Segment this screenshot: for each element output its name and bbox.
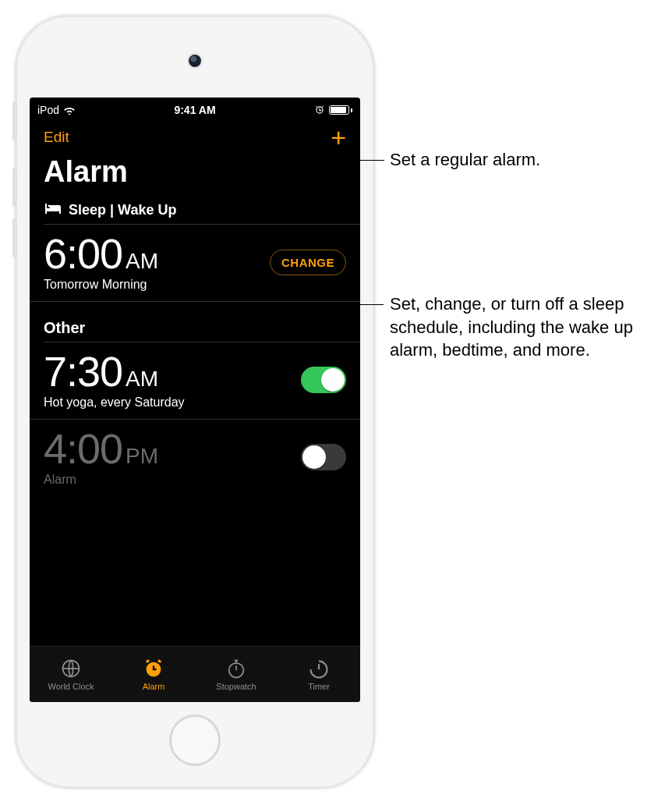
alarm-toggle[interactable] bbox=[301, 444, 346, 470]
add-alarm-button[interactable]: + bbox=[331, 129, 346, 145]
sleep-alarm-subtitle: Tomorrow Morning bbox=[44, 278, 158, 292]
sleep-section-label: Sleep | Wake Up bbox=[69, 202, 176, 218]
power-button[interactable] bbox=[12, 101, 17, 140]
tab-bar: World Clock Alarm Stopwatch Timer bbox=[30, 646, 360, 702]
screen: iPod 9:41 AM Edit + Alarm bbox=[30, 98, 360, 702]
tab-alarm[interactable]: Alarm bbox=[112, 658, 195, 691]
callout-line bbox=[343, 304, 384, 305]
sleep-alarm-row: 6:00 AM Tomorrow Morning CHANGE bbox=[30, 225, 360, 302]
alarm-toggle[interactable] bbox=[301, 367, 346, 393]
other-section-header: Other bbox=[30, 316, 360, 342]
sleep-alarm-ampm: AM bbox=[126, 249, 158, 274]
bed-icon bbox=[44, 201, 62, 219]
other-section-label: Other bbox=[44, 319, 85, 337]
home-button[interactable] bbox=[169, 715, 221, 766]
volume-up-button[interactable] bbox=[12, 168, 17, 207]
tab-world-clock[interactable]: World Clock bbox=[30, 658, 112, 691]
alarm-time: 7:30 bbox=[44, 350, 122, 392]
sleep-alarm-time: 6:00 bbox=[44, 232, 122, 275]
status-bar: iPod 9:41 AM bbox=[30, 98, 360, 119]
alarm-subtitle: Hot yoga, every Saturday bbox=[44, 395, 185, 410]
nav-header: Edit + bbox=[30, 119, 360, 151]
tab-label: Timer bbox=[308, 682, 330, 691]
change-sleep-button[interactable]: CHANGE bbox=[270, 250, 346, 275]
tab-stopwatch[interactable]: Stopwatch bbox=[195, 658, 278, 691]
tab-label: Stopwatch bbox=[216, 682, 256, 691]
tab-label: Alarm bbox=[143, 682, 165, 691]
alarm-subtitle: Alarm bbox=[44, 473, 158, 487]
svg-point-2 bbox=[229, 663, 244, 678]
device-frame: iPod 9:41 AM Edit + Alarm bbox=[16, 16, 374, 788]
alarm-row[interactable]: 7:30 AM Hot yoga, every Saturday bbox=[30, 342, 360, 420]
alarm-time: 4:00 bbox=[44, 427, 122, 470]
wifi-icon bbox=[63, 105, 76, 115]
callout-add: Set a regular alarm. bbox=[390, 148, 655, 172]
alarm-row[interactable]: 4:00 PM Alarm bbox=[30, 420, 360, 496]
front-camera bbox=[189, 55, 201, 67]
status-time: 9:41 AM bbox=[174, 104, 215, 116]
tab-timer[interactable]: Timer bbox=[278, 658, 360, 691]
page-title: Alarm bbox=[30, 151, 360, 198]
tab-label: World Clock bbox=[48, 682, 94, 691]
callout-line bbox=[341, 160, 384, 161]
sleep-section-header: Sleep | Wake Up bbox=[30, 198, 360, 224]
carrier-label: iPod bbox=[37, 104, 59, 116]
callout-change: Set, change, or turn off a sleep schedul… bbox=[390, 293, 655, 362]
volume-down-button[interactable] bbox=[12, 218, 17, 257]
edit-button[interactable]: Edit bbox=[44, 129, 69, 146]
alarm-ampm: PM bbox=[126, 444, 158, 469]
alarm-ampm: AM bbox=[126, 367, 158, 392]
alarm-status-icon bbox=[314, 105, 325, 115]
battery-icon bbox=[329, 105, 352, 115]
